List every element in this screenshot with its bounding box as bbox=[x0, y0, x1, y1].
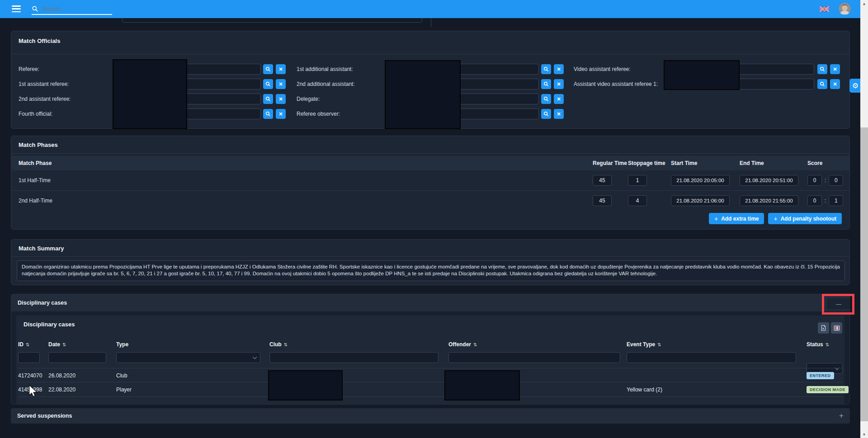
referee-clear-button[interactable]: ✕ bbox=[276, 64, 286, 74]
end-time-input[interactable] bbox=[740, 195, 798, 206]
second-assistant-referee-search-button[interactable] bbox=[263, 94, 273, 104]
close-icon: ✕ bbox=[278, 82, 283, 87]
choose-columns-button[interactable] bbox=[831, 322, 842, 334]
video-assistant-referee-search-button[interactable] bbox=[817, 64, 827, 74]
redaction-box bbox=[385, 60, 461, 129]
video-assistant-referee-clear-button[interactable]: ✕ bbox=[830, 64, 840, 74]
referee-observer-clear-button[interactable]: ✕ bbox=[554, 109, 564, 119]
cell-type: Player bbox=[116, 386, 132, 393]
assistant-video-assistant-referee-1-search-button[interactable] bbox=[817, 79, 827, 89]
start-time-input[interactable] bbox=[671, 175, 730, 186]
cell-id: 41451998 bbox=[18, 386, 42, 393]
first-additional-assistant-label: 1st additional assistant: bbox=[297, 66, 387, 72]
redaction-box bbox=[113, 59, 187, 129]
type-filter-select[interactable] bbox=[116, 352, 260, 363]
header-club[interactable]: Club⇅ bbox=[269, 341, 288, 348]
fourth-official-search-button[interactable] bbox=[263, 109, 273, 119]
search-icon bbox=[265, 96, 271, 102]
close-icon: ✕ bbox=[833, 82, 837, 87]
home-score-input[interactable] bbox=[807, 175, 822, 186]
regular-time-input[interactable] bbox=[593, 175, 612, 186]
phase-name: 1st Half-Time bbox=[19, 177, 593, 184]
header-status[interactable]: Status⇅ bbox=[807, 341, 829, 348]
header-offender[interactable]: Offender⇅ bbox=[448, 341, 477, 348]
export-excel-button[interactable] bbox=[818, 322, 829, 334]
second-assistant-referee-clear-button[interactable]: ✕ bbox=[276, 94, 286, 104]
referee-observer-search-button[interactable] bbox=[541, 109, 551, 119]
header-type: Type bbox=[116, 341, 128, 348]
close-icon: ✕ bbox=[557, 97, 561, 102]
avatar[interactable] bbox=[839, 3, 851, 15]
first-assistant-referee-clear-button[interactable]: ✕ bbox=[276, 79, 286, 89]
second-additional-assistant-clear-button[interactable]: ✕ bbox=[554, 79, 564, 89]
plus-icon: + bbox=[774, 215, 777, 222]
end-time-input[interactable] bbox=[740, 175, 798, 186]
file-excel-icon bbox=[821, 325, 826, 331]
away-score-input[interactable] bbox=[829, 175, 843, 186]
score-colon: : bbox=[825, 177, 826, 184]
search-icon bbox=[265, 66, 271, 72]
stoppage-time-input[interactable] bbox=[628, 175, 647, 186]
search-input[interactable] bbox=[42, 4, 111, 14]
second-additional-assistant-search-button[interactable] bbox=[541, 79, 551, 89]
collapse-button[interactable]: — bbox=[827, 299, 850, 309]
regular-time-input[interactable] bbox=[593, 195, 612, 206]
scroll-down-arrow[interactable]: ▼ bbox=[860, 431, 868, 438]
hamburger-menu-icon[interactable] bbox=[12, 5, 21, 12]
table-filter-row bbox=[18, 352, 843, 364]
sort-icon: ⇅ bbox=[826, 342, 829, 347]
table-row[interactable]: 41724070 26.08.2020 Club ENTERED bbox=[18, 368, 843, 382]
first-additional-assistant-clear-button[interactable]: ✕ bbox=[554, 64, 564, 74]
sort-icon: ⇅ bbox=[284, 342, 288, 347]
redaction-box bbox=[664, 60, 740, 90]
delegate-search-button[interactable] bbox=[541, 94, 551, 104]
header-date[interactable]: Date⇅ bbox=[48, 341, 66, 348]
table-columns-icon bbox=[834, 325, 840, 331]
header-event-type[interactable]: Event Type⇅ bbox=[627, 341, 661, 348]
settings-button[interactable]: ⚙ bbox=[849, 79, 861, 93]
column-match-phase: Match Phase bbox=[19, 160, 593, 166]
close-icon: ✕ bbox=[278, 97, 283, 102]
referee-search-button[interactable] bbox=[263, 64, 273, 74]
delegate-label: Delegate: bbox=[297, 96, 387, 102]
table-header-row: ID⇅ Date⇅ Type Club⇅ Offender⇅ Event Typ… bbox=[18, 341, 843, 349]
scrollbar-track[interactable]: ▲ ▼ bbox=[860, 0, 868, 438]
club-filter-input[interactable] bbox=[269, 352, 439, 363]
served-suspensions-header[interactable]: Served suspensions + bbox=[11, 408, 850, 424]
search-icon bbox=[543, 66, 549, 72]
plus-icon: + bbox=[714, 215, 718, 222]
add-penalty-shootout-button[interactable]: + Add penalty shootout bbox=[768, 213, 842, 224]
date-filter-input[interactable] bbox=[48, 352, 106, 363]
referee-observer-label: Referee observer: bbox=[297, 111, 387, 117]
sort-icon: ⇅ bbox=[473, 342, 477, 347]
column-regular-time: Regular Time bbox=[593, 160, 628, 166]
add-extra-time-label: Add extra time bbox=[721, 216, 759, 222]
first-additional-assistant-search-button[interactable] bbox=[541, 64, 551, 74]
search-underline bbox=[32, 14, 112, 15]
add-extra-time-button[interactable]: + Add extra time bbox=[709, 213, 764, 224]
fourth-official-clear-button[interactable]: ✕ bbox=[276, 109, 286, 119]
away-score-input[interactable] bbox=[829, 195, 843, 206]
start-time-input[interactable] bbox=[671, 195, 730, 206]
scroll-up-arrow[interactable]: ▲ bbox=[860, 0, 868, 7]
match-phases-title: Match Phases bbox=[19, 141, 58, 148]
search-icon bbox=[543, 111, 549, 117]
match-summary-textarea[interactable]: Domaćin organizirao utakmicu prema Propo… bbox=[17, 260, 845, 281]
delegate-clear-button[interactable]: ✕ bbox=[554, 94, 564, 104]
stoppage-time-input[interactable] bbox=[628, 195, 647, 206]
event-type-filter-input[interactable] bbox=[627, 352, 796, 363]
table-row[interactable]: 41451998 22.08.2020 Player Yellow card (… bbox=[18, 382, 843, 397]
language-flag-icon[interactable] bbox=[820, 6, 829, 12]
offender-filter-input[interactable] bbox=[448, 352, 620, 363]
match-summary-panel: Match Summary Domaćin organizirao utakmi… bbox=[11, 239, 850, 285]
header-id[interactable]: ID⇅ bbox=[18, 341, 29, 348]
match-officials-title: Match Officials bbox=[19, 38, 60, 44]
scrollbar-thumb[interactable] bbox=[860, 127, 868, 421]
home-score-input[interactable] bbox=[807, 195, 822, 206]
served-suspensions-title: Served suspensions bbox=[17, 413, 72, 419]
disciplinary-section-header[interactable]: Disciplinary cases bbox=[11, 294, 849, 311]
assistant-video-assistant-referee-1-clear-button[interactable]: ✕ bbox=[830, 79, 840, 89]
disciplinary-section-title: Disciplinary cases bbox=[18, 300, 67, 306]
first-assistant-referee-search-button[interactable] bbox=[263, 79, 273, 89]
id-filter-input[interactable] bbox=[18, 352, 40, 363]
